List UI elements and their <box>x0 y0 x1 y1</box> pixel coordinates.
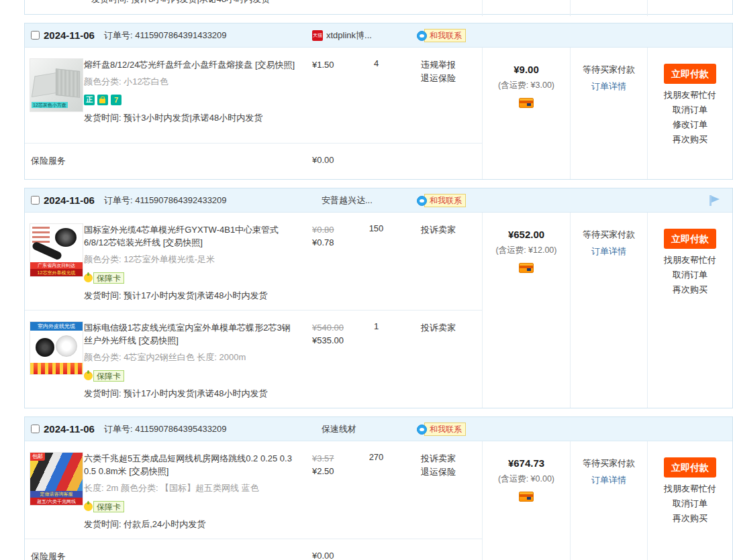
order-body: 包邮 定做请咨询客服 超五/六类千兆网线 六类千兆超5五类成品短网线机房网络跳线… <box>25 441 732 560</box>
unit-price-cell: ¥3.57 ¥2.50 <box>305 452 358 530</box>
help-pay-link[interactable]: 找朋友帮忙付 <box>648 482 732 496</box>
buy-again-link[interactable]: 再次购买 <box>648 132 732 147</box>
order-status-column: 等待买家付款 订单详情 <box>570 441 647 560</box>
insurance-service-row: 保险服务 ¥0.00 <box>25 143 482 179</box>
complain-seller-link[interactable]: 投诉卖家 <box>395 321 482 335</box>
bank-card-icon[interactable] <box>519 263 534 273</box>
product-details: 国标室外光缆4芯单模光纤GYXTW-4B1中心束管式6/8/12芯铠装光纤线 [… <box>84 223 305 302</box>
order-body: 12芯灰色小方盘 熔纤盘8/12/24芯光纤盘纤盒小盘纤盘熔接盘 [交易快照] … <box>25 48 732 179</box>
tray-shape-icon <box>56 68 80 98</box>
buy-again-link[interactable]: 再次购买 <box>648 511 732 526</box>
product-details: 六类千兆超5五类成品短网线机房网络跳线0.2 0.25 0.3 0.5 0.8m… <box>84 452 305 530</box>
wangwang-icon <box>417 196 427 206</box>
contact-seller-button[interactable]: 和我联系 <box>417 417 466 441</box>
seller-name-text: 安普越兴达... <box>322 194 373 207</box>
guarantee-card-label: 保障卡 <box>93 272 124 284</box>
order-number-value: 4115907864395433209 <box>135 424 226 434</box>
order-number-label: 订单号: <box>104 195 133 205</box>
product-thumbnail[interactable]: 广东省内次日到达 12芯室外单模光缆 <box>30 223 83 277</box>
order-action-column: 立即付款 找朋友帮忙付 取消订单 修改订单 再次购买 <box>647 48 732 179</box>
insurance-service-label: 保险服务 <box>25 155 305 167</box>
product-image-cell: 包邮 定做请咨询客服 超五/六类千兆网线 <box>25 452 84 530</box>
seller-name[interactable]: 安普越兴达... <box>312 188 373 213</box>
thumbnail-banner: 室内外皮线光缆 <box>30 322 83 331</box>
cancel-order-link[interactable]: 取消订单 <box>648 268 732 282</box>
sprout-icon <box>84 274 93 282</box>
report-violation-link[interactable]: 违规举报 <box>395 58 482 72</box>
product-row: 广东省内次日到达 12芯室外单模光缆 国标室外光缆4芯单模光纤GYXTW-4B1… <box>25 213 482 310</box>
product-title[interactable]: 熔纤盘8/12/24芯光纤盘纤盒小盘纤盘熔接盘 [交易快照] <box>84 58 297 71</box>
insurance-service-row: 保险服务 ¥0.00 <box>25 539 482 560</box>
shipping-fee: (含运费: ¥3.00) <box>483 80 570 91</box>
order-checkbox[interactable] <box>31 31 40 40</box>
order-block: 2024-11-06 订单号: 4115907864395433209 保速线材… <box>24 416 733 560</box>
guarantee-card-label: 保障卡 <box>93 501 124 512</box>
seller-name[interactable]: 保速线材 <box>312 417 356 441</box>
order-list-page: 发货时间: 预计8小时内发货|承诺48小时内发货 2024-11-06 订单号:… <box>24 0 733 560</box>
order-detail-link[interactable]: 订单详情 <box>571 80 647 93</box>
partial-product-cell: 发货时间: 预计8小时内发货|承诺48小时内发货 <box>25 0 482 14</box>
order-action-column <box>647 0 732 16</box>
buy-again-link[interactable]: 再次购买 <box>648 282 732 297</box>
free-shipping-badge: 包邮 <box>30 453 45 461</box>
seven-day-return-icon: 7 <box>111 95 121 105</box>
guarantee-card-badge[interactable]: 保障卡 <box>84 370 124 382</box>
product-title[interactable]: 六类千兆超5五类成品短网线机房网络跳线0.2 0.25 0.3 0.5 0.8m… <box>84 452 297 478</box>
contact-seller-button[interactable]: 和我联系 <box>417 188 466 213</box>
order-number-label: 订单号: <box>104 30 133 40</box>
order-checkbox[interactable] <box>31 196 40 205</box>
product-area: 广东省内次日到达 12芯室外单模光缆 国标室外光缆4芯单模光纤GYXTW-4B1… <box>25 213 482 408</box>
order-detail-link[interactable]: 订单详情 <box>571 245 647 258</box>
order-action-column: 立即付款 找朋友帮忙付 取消订单 再次购买 <box>647 213 732 408</box>
service-badges: 正 7 <box>84 94 297 106</box>
unit-price-cell: ¥540.00 ¥535.00 <box>305 321 358 400</box>
seller-name[interactable]: 天猫xtdplink博... <box>312 23 372 48</box>
sprout-icon <box>84 502 93 511</box>
original-price: ¥540.00 <box>312 321 358 334</box>
product-title[interactable]: 国标室外光缆4芯单模光纤GYXTW-4B1中心束管式6/8/12芯铠装光纤线 [… <box>84 223 297 249</box>
order-detail-link[interactable]: 订单详情 <box>571 474 647 486</box>
seller-name-text: 保速线材 <box>322 423 356 435</box>
product-image-cell: 12芯灰色小方盘 <box>25 58 84 135</box>
order-total: ¥674.73 <box>483 457 570 469</box>
complain-seller-link[interactable]: 投诉卖家 <box>395 452 482 465</box>
product-image-cell: 广东省内次日到达 12芯室外单模光缆 <box>25 223 84 302</box>
sprout-icon <box>84 372 93 380</box>
bank-card-icon[interactable] <box>519 492 534 502</box>
return-insurance-link[interactable]: 退运保险 <box>395 72 482 85</box>
order-flag-icon[interactable] <box>708 194 720 207</box>
order-total: ¥9.00 <box>483 64 570 75</box>
order-checkbox[interactable] <box>31 425 40 433</box>
order-header: 2024-11-06 订单号: 4115907864391433209 天猫xt… <box>25 23 732 48</box>
complain-seller-link[interactable]: 投诉卖家 <box>395 223 482 237</box>
cancel-order-link[interactable]: 取消订单 <box>648 103 732 117</box>
cancel-order-link[interactable]: 取消订单 <box>648 496 732 511</box>
help-pay-link[interactable]: 找朋友帮忙付 <box>648 88 732 103</box>
product-row: 包邮 定做请咨询客服 超五/六类千兆网线 六类千兆超5五类成品短网线机房网络跳线… <box>25 441 482 539</box>
cable-spool-icon <box>56 335 77 357</box>
guarantee-card-badge[interactable]: 保障卡 <box>84 501 124 512</box>
thumbnail-label: 12芯灰色小方盘 <box>32 102 68 108</box>
order-total-column <box>482 0 570 16</box>
pay-now-button[interactable]: 立即付款 <box>664 457 716 478</box>
unit-price-cell: ¥1.50 <box>305 58 358 135</box>
pay-now-button[interactable]: 立即付款 <box>664 229 716 249</box>
pay-now-button[interactable]: 立即付款 <box>664 64 716 84</box>
modify-order-link[interactable]: 修改订单 <box>648 117 732 132</box>
return-insurance-link[interactable]: 退运保险 <box>395 465 482 479</box>
bank-card-icon[interactable] <box>519 98 534 108</box>
order-date: 2024-11-06 <box>44 423 95 435</box>
bag-glyph <box>99 99 105 103</box>
product-thumbnail[interactable]: 室内外皮线光缆 <box>30 321 83 375</box>
thumbnail-banner: 超五/六类千兆网线 <box>30 498 83 505</box>
product-title[interactable]: 国标电信级1芯皮线光缆室内室外单模单芯蝶形2芯3钢丝户外光纤线 [交易快照] <box>84 321 297 347</box>
thumbnail-banner <box>30 363 83 374</box>
contact-seller-button[interactable]: 和我联系 <box>417 23 466 48</box>
help-pay-link[interactable]: 找朋友帮忙付 <box>648 253 732 268</box>
product-thumbnail[interactable]: 12芯灰色小方盘 <box>30 58 83 112</box>
original-price: ¥0.80 <box>312 223 358 236</box>
guarantee-card-badge[interactable]: 保障卡 <box>84 272 124 284</box>
order-status-column: 等待买家付款 订单详情 <box>570 213 647 408</box>
product-thumbnail[interactable]: 包邮 定做请咨询客服 超五/六类千兆网线 <box>30 452 83 506</box>
product-area: 12芯灰色小方盘 熔纤盘8/12/24芯光纤盘纤盒小盘纤盘熔接盘 [交易快照] … <box>25 48 482 179</box>
